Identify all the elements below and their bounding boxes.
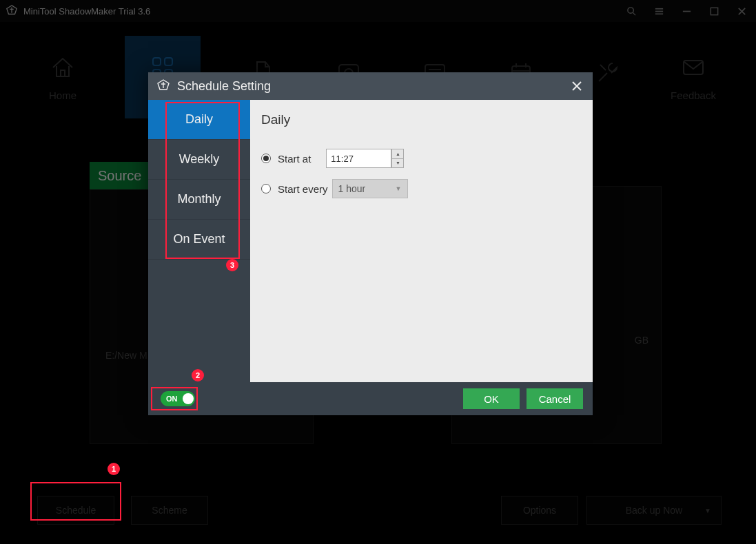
tab-daily[interactable]: Daily	[148, 100, 250, 140]
svg-rect-6	[711, 8, 717, 14]
footer-bar: Schedule Scheme Options Back up Now ▼	[0, 496, 756, 529]
dialog-footer: ON OK Cancel	[148, 382, 593, 415]
menu-icon[interactable]	[650, 2, 668, 20]
schedule-tabs: Daily Weekly Monthly On Event	[148, 100, 250, 382]
close-icon[interactable]	[733, 2, 750, 20]
maximize-icon[interactable]	[705, 2, 723, 20]
ok-button[interactable]: OK	[463, 388, 520, 409]
mail-icon	[680, 54, 707, 81]
tools-icon	[593, 59, 621, 87]
size-text: GB	[635, 335, 648, 346]
scheme-button[interactable]: Scheme	[131, 496, 208, 525]
start-at-time-input[interactable]: 11:27	[326, 149, 391, 168]
cancel-button[interactable]: Cancel	[527, 388, 583, 409]
schedule-button[interactable]: Schedule	[37, 496, 114, 525]
toggle-knob	[183, 393, 194, 404]
chevron-down-icon: ▼	[704, 507, 711, 514]
spin-up-icon[interactable]: ▲	[392, 149, 403, 159]
tab-on-event[interactable]: On Event	[148, 220, 250, 260]
nav-label: Feedback	[671, 90, 716, 101]
annotation-badge-1: 1	[108, 463, 120, 475]
nav-feedback[interactable]: Feedback	[669, 54, 717, 101]
start-every-radio[interactable]	[261, 184, 271, 193]
svg-point-0	[627, 7, 633, 12]
toggle-label: ON	[166, 395, 178, 403]
app-logo-icon	[6, 5, 18, 17]
panel-heading: Daily	[261, 112, 582, 127]
start-at-radio[interactable]	[261, 154, 271, 163]
schedule-toggle[interactable]: ON	[161, 391, 195, 406]
dialog-header: Schedule Setting	[148, 72, 593, 100]
svg-rect-9	[153, 58, 161, 65]
dropdown-value: 1 hour	[338, 183, 366, 194]
svg-rect-23	[684, 61, 703, 74]
options-button[interactable]: Options	[501, 496, 578, 525]
chevron-down-icon: ▼	[396, 185, 402, 192]
tab-weekly[interactable]: Weekly	[148, 140, 250, 180]
close-icon[interactable]	[569, 79, 584, 94]
annotation-badge-3: 3	[226, 259, 238, 271]
svg-line-1	[633, 12, 635, 15]
spin-down-icon[interactable]: ▼	[392, 159, 403, 168]
dialog-title: Schedule Setting	[177, 79, 271, 94]
app-logo-icon	[156, 79, 170, 93]
backup-now-button[interactable]: Back up Now ▼	[586, 496, 722, 525]
source-path-text: E:/New M	[105, 350, 147, 361]
search-icon[interactable]	[622, 2, 640, 20]
start-every-label: Start every	[278, 183, 328, 195]
nav-label: Home	[49, 90, 76, 101]
nav-home[interactable]: Home	[39, 54, 87, 101]
svg-rect-10	[165, 58, 172, 65]
app-title: MiniTool ShadowMaker Trial 3.6	[23, 6, 150, 17]
time-spinner[interactable]: ▲▼	[391, 149, 404, 168]
home-icon	[49, 54, 76, 81]
backup-now-label: Back up Now	[626, 505, 682, 516]
start-every-dropdown[interactable]: 1 hour ▼	[332, 179, 408, 198]
schedule-panel: Daily Start at 11:27 ▲▼ Start every 1 ho…	[250, 100, 593, 382]
minimize-icon[interactable]	[677, 2, 695, 20]
title-bar: MiniTool ShadowMaker Trial 3.6	[0, 0, 756, 22]
tab-monthly[interactable]: Monthly	[148, 180, 250, 220]
annotation-badge-2: 2	[192, 369, 204, 381]
start-at-label: Start at	[278, 153, 311, 165]
svg-line-22	[600, 65, 606, 70]
schedule-setting-dialog: Schedule Setting Daily Weekly Monthly On…	[148, 72, 593, 415]
